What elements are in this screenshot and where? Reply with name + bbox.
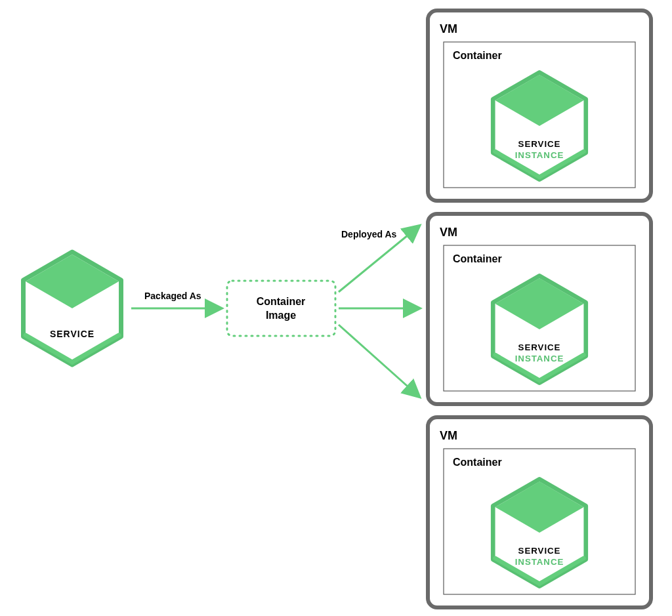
service-instance-label-2: INSTANCE — [515, 557, 564, 567]
service-hexagon: SERVICE — [24, 252, 121, 365]
vm-box-1: VM Container SERVICE INSTANCE — [428, 10, 651, 201]
deployed-as-label: Deployed As — [341, 229, 396, 239]
packaged-as-arrow: Packaged As — [131, 291, 220, 308]
vm-box-3: VM Container SERVICE INSTANCE — [428, 417, 651, 607]
svg-line-4 — [339, 325, 419, 396]
container-title: Container — [453, 457, 502, 468]
vm-title: VM — [440, 429, 457, 442]
service-instance-label-2: INSTANCE — [515, 150, 564, 160]
service-instance-label-1: SERVICE — [518, 546, 561, 556]
service-instance-label-1: SERVICE — [518, 342, 561, 352]
vm-title: VM — [440, 22, 457, 35]
vm-title: VM — [440, 226, 457, 239]
container-title: Container — [453, 50, 502, 61]
service-label: SERVICE — [50, 329, 94, 339]
packaged-as-label: Packaged As — [144, 291, 201, 301]
service-instance-label-1: SERVICE — [518, 139, 561, 149]
container-image-label-1: Container — [257, 296, 306, 307]
svg-rect-0 — [227, 281, 335, 336]
container-image-label-2: Image — [266, 310, 296, 321]
vm-box-2: VM Container SERVICE INSTANCE — [428, 214, 651, 404]
deployed-arrow-bottom — [339, 325, 419, 396]
diagram-canvas: SERVICE Container Image Packaged As Depl… — [0, 0, 672, 616]
service-instance-label-2: INSTANCE — [515, 354, 564, 363]
container-title: Container — [453, 253, 502, 264]
deployed-arrow-top: Deployed As — [339, 226, 419, 292]
container-image-box: Container Image — [227, 281, 335, 336]
